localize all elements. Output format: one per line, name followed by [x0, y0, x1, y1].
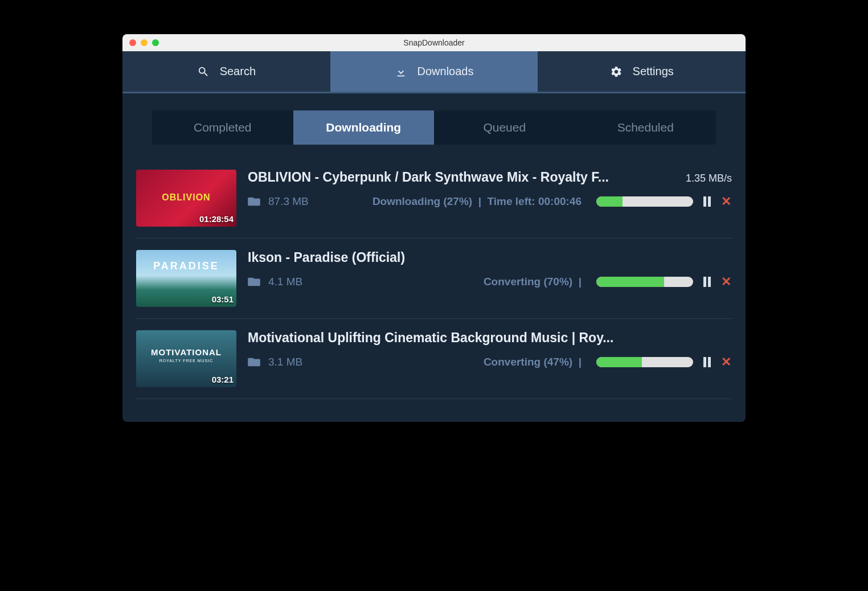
minimize-window-button[interactable] [141, 39, 148, 46]
subtab-completed[interactable]: Completed [152, 110, 293, 145]
duration-badge: 01:28:54 [199, 214, 234, 224]
folder-icon[interactable] [248, 277, 260, 287]
download-subtabs: Completed Downloading Queued Scheduled [152, 110, 716, 145]
thumbnail-subtext: ROYALTY FREE MUSIC [136, 359, 236, 363]
content-area: Completed Downloading Queued Scheduled O… [122, 93, 746, 422]
download-title: Motivational Uplifting Cinematic Backgro… [248, 330, 613, 346]
progress-fill [596, 357, 642, 367]
download-status: Downloading (27%) | Time left: 00:00:46 [327, 195, 582, 208]
subtab-queued[interactable]: Queued [434, 110, 575, 145]
file-size: 3.1 MB [268, 356, 320, 368]
pause-button[interactable] [701, 196, 713, 207]
thumbnail[interactable]: MOTIVATIONAL ROYALTY FREE MUSIC 03:21 [136, 330, 236, 387]
cancel-button[interactable]: ✕ [720, 356, 732, 368]
item-info: Ikson - Paradise (Official) 4.1 MB Conve… [248, 250, 732, 307]
download-icon [395, 65, 407, 78]
thumbnail[interactable]: OBLIVION 01:28:54 [136, 170, 236, 227]
thumbnail-text: MOTIVATIONAL [136, 347, 236, 357]
app-window: SnapDownloader Search Downloads Settings… [122, 34, 746, 422]
download-status: Converting (47%) | [327, 356, 582, 368]
subtab-downloading[interactable]: Downloading [293, 110, 435, 145]
pause-icon [703, 357, 711, 367]
close-icon: ✕ [721, 195, 731, 208]
main-nav: Search Downloads Settings [122, 51, 746, 93]
window-controls [129, 39, 159, 46]
duration-badge: 03:21 [212, 375, 234, 384]
duration-badge: 03:51 [212, 294, 234, 304]
nav-tab-search[interactable]: Search [122, 51, 330, 92]
thumbnail-text: PARADISE [136, 260, 236, 272]
folder-icon[interactable] [248, 196, 260, 207]
file-size: 4.1 MB [268, 276, 320, 288]
close-icon: ✕ [721, 276, 731, 288]
gear-icon [610, 65, 623, 78]
pause-button[interactable] [701, 276, 713, 288]
nav-tab-search-label: Search [220, 65, 256, 78]
pause-icon [703, 277, 711, 287]
item-info: OBLIVION - Cyberpunk / Dark Synthwave Mi… [248, 170, 732, 227]
thumbnail[interactable]: PARADISE 03:51 [136, 250, 236, 307]
download-speed: 1.35 MB/s [686, 173, 732, 184]
subtab-scheduled[interactable]: Scheduled [575, 110, 716, 145]
item-info: Motivational Uplifting Cinematic Backgro… [248, 330, 732, 387]
pause-icon [703, 196, 711, 207]
nav-tab-settings[interactable]: Settings [538, 51, 746, 92]
cancel-button[interactable]: ✕ [720, 276, 732, 288]
download-title: OBLIVION - Cyberpunk / Dark Synthwave Mi… [248, 170, 609, 185]
maximize-window-button[interactable] [152, 39, 159, 46]
download-item: PARADISE 03:51 Ikson - Paradise (Officia… [136, 239, 732, 319]
progress-bar [596, 277, 693, 287]
progress-fill [596, 277, 664, 287]
close-icon: ✕ [721, 356, 731, 368]
progress-fill [596, 196, 623, 207]
window-title: SnapDownloader [122, 38, 746, 47]
download-status: Converting (70%) | [327, 276, 582, 288]
nav-tab-downloads-label: Downloads [417, 65, 474, 78]
thumbnail-text: OBLIVION [136, 192, 236, 203]
titlebar: SnapDownloader [122, 34, 746, 51]
progress-bar [596, 196, 693, 207]
nav-tab-settings-label: Settings [633, 65, 674, 78]
file-size: 87.3 MB [268, 195, 320, 208]
progress-bar [596, 357, 693, 367]
nav-tab-downloads[interactable]: Downloads [330, 51, 538, 92]
pause-button[interactable] [701, 356, 713, 368]
download-item: MOTIVATIONAL ROYALTY FREE MUSIC 03:21 Mo… [136, 319, 732, 399]
search-icon [197, 65, 210, 78]
close-window-button[interactable] [129, 39, 136, 46]
download-item: OBLIVION 01:28:54 OBLIVION - Cyberpunk /… [136, 158, 732, 239]
download-title: Ikson - Paradise (Official) [248, 250, 405, 265]
folder-icon[interactable] [248, 357, 260, 367]
cancel-button[interactable]: ✕ [720, 196, 732, 207]
